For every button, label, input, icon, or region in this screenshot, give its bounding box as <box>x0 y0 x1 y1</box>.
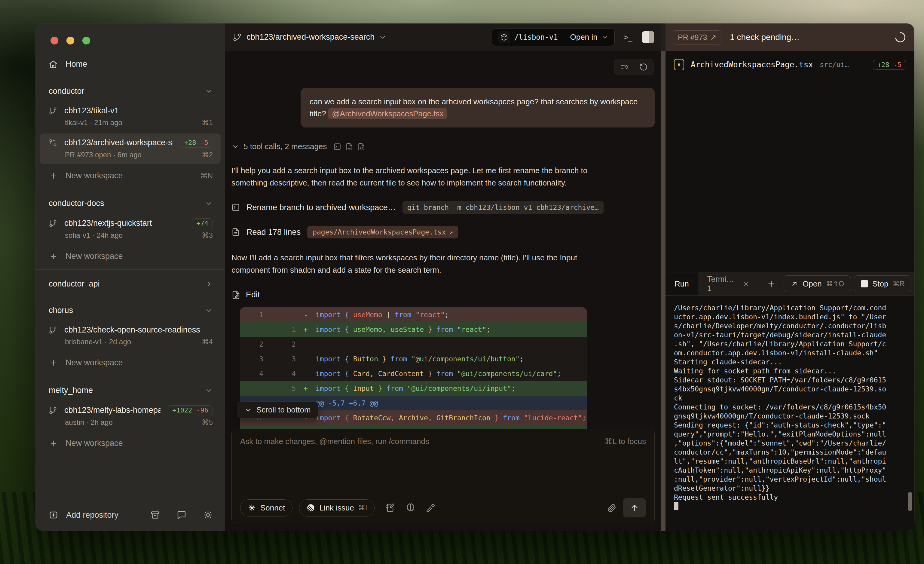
sidebar-section-header-chorus[interactable]: chorus <box>36 302 225 319</box>
workspace-item[interactable]: cbh123/archived-workspace-se…+28-5PR #97… <box>40 134 220 164</box>
meta-text: PR #973 open · 6m ago <box>65 151 142 159</box>
diff-stat-badge: +74 <box>192 218 213 228</box>
chevron-down-icon[interactable] <box>379 33 387 41</box>
edit-tool-header: Edit <box>231 290 655 299</box>
chevron-down-icon[interactable] <box>205 307 213 315</box>
panel-resize-handle[interactable] <box>661 24 666 531</box>
arrow-up-icon <box>630 503 639 512</box>
collapse-all-icon[interactable] <box>614 59 634 75</box>
chevron-down-icon[interactable] <box>205 200 213 207</box>
changed-file-row[interactable]: ArchivedWorkspacesPage.tsx src/ui… +28-5 <box>674 59 906 70</box>
read-file-chip[interactable]: pages/ArchivedWorkspacesPage.tsx↗ <box>307 226 458 238</box>
sidebar-section-conductor_api: conductor_api <box>36 269 225 296</box>
workspace-title: cbh123/archived-workspace-se… <box>64 138 172 147</box>
shortcut-hint: ⌘3 <box>202 231 213 240</box>
send-button[interactable] <box>623 498 646 518</box>
diff-code: import { Button } from "@ui/components/u… <box>316 355 587 363</box>
stop-button[interactable]: Stop ⌘R <box>854 275 911 292</box>
tab-run[interactable]: Run <box>666 272 698 295</box>
close-tab-icon[interactable] <box>742 280 750 287</box>
diff-row-add: 1+import { useMemo, useState } from "rea… <box>240 322 587 337</box>
sidebar-section-conductor: conductorcbh123/tikal-v1tikal-v1 · 21m a… <box>36 76 225 189</box>
model-selector-button[interactable]: Sonnet <box>240 500 292 516</box>
workspace-item[interactable]: cbh123/check-open-source-readinessbrisba… <box>40 321 220 351</box>
notebook-pen-icon[interactable] <box>386 503 395 513</box>
tool-calls-collapse-row[interactable]: 5 tool calls, 2 messages <box>231 142 655 151</box>
new-workspace-button[interactable]: New workspace <box>36 433 225 453</box>
pr-badge[interactable]: PR #973↗ <box>673 30 722 45</box>
toggle-right-panel-icon[interactable] <box>642 31 654 43</box>
brain-icon[interactable] <box>406 503 416 513</box>
meta-text: tikal-v1 · 21m ago <box>65 118 122 127</box>
stat-del: -96 <box>196 406 208 414</box>
sidebar-section-header-conductor_api[interactable]: conductor_api <box>36 275 225 293</box>
tool-call-read-file[interactable]: Read 178 lines pages/ArchivedWorkspacesP… <box>231 226 655 238</box>
feedback-icon[interactable] <box>177 510 186 520</box>
add-repository-label[interactable]: Add repository <box>66 510 118 520</box>
terminal-square-icon <box>231 203 240 212</box>
file-name: ArchivedWorkspacesPage.tsx <box>691 60 813 69</box>
hammer-icon[interactable] <box>426 503 436 513</box>
code-diff-block[interactable]: 1-import { useMemo } from "react";1+impo… <box>240 307 587 440</box>
workspace-item[interactable]: cbh123/melty-labs-homepage+1022-96austin… <box>40 401 220 431</box>
chevron-down-icon <box>231 143 239 151</box>
diff-code: import { useMemo } from "react"; <box>316 311 587 319</box>
pr-status-header: PR #973↗ 1 check pending… <box>666 24 914 51</box>
old-line-number: 1 <box>240 311 263 319</box>
archive-icon[interactable] <box>150 510 160 520</box>
link-issue-button[interactable]: Link issue ⌘I <box>299 500 375 516</box>
chat-input-panel[interactable]: Ask to make changes, @mention files, run… <box>231 429 655 524</box>
new-terminal-tab-button[interactable] <box>759 272 784 295</box>
plus-icon <box>49 172 58 180</box>
workspace-item[interactable]: cbh123/tikal-v1tikal-v1 · 21m ago⌘1 <box>40 102 220 132</box>
chat-input-placeholder[interactable]: Ask to make changes, @mention files, run… <box>240 437 429 446</box>
new-workspace-button[interactable]: New workspace <box>36 352 225 373</box>
workspace-title[interactable]: cbh123/archived-workspace-search <box>246 33 375 42</box>
git-branch-icon <box>232 33 242 42</box>
zoom-window-button[interactable] <box>82 37 90 45</box>
old-line-number: 3 <box>240 355 263 363</box>
sidebar-item-home[interactable]: Home <box>36 57 225 76</box>
paperclip-icon[interactable] <box>607 503 616 513</box>
git-pull-request-icon <box>49 139 57 147</box>
external-link-arrow: ↗ <box>449 228 453 236</box>
new-workspace-label: New workspace <box>66 171 123 180</box>
file-text-icon <box>345 143 353 151</box>
tab-terminal-1[interactable]: Termi… 1 <box>698 272 759 295</box>
diff-sign: + <box>296 384 316 392</box>
file-mention-chip[interactable]: @ArchivedWorkspacesPage.tsx <box>328 108 447 119</box>
chevron-down-icon <box>244 406 252 414</box>
diff-row-add: 5+import { Input } from "@ui/components/… <box>240 381 587 396</box>
restart-icon[interactable] <box>634 59 653 75</box>
terminal-output[interactable]: /Users/charlie/Library/Application Suppo… <box>666 296 914 531</box>
open-in-button[interactable]: Open in <box>564 29 614 46</box>
open-terminal-button[interactable]: Open ⌘⇧O <box>784 275 851 292</box>
add-repository-icon <box>49 510 58 520</box>
branch-chip[interactable]: /lisbon-v1 <box>492 29 564 46</box>
close-window-button[interactable] <box>51 37 58 45</box>
terminal-scrollbar-thumb[interactable] <box>908 492 912 511</box>
assistant-paragraph: Now I'll add a search input box that fil… <box>231 252 588 276</box>
scroll-to-bottom-button[interactable]: Scroll to bottom <box>237 401 318 418</box>
chat-scroll-area[interactable]: can we add a search input box on the arh… <box>225 51 661 531</box>
minimize-window-button[interactable] <box>66 37 74 45</box>
terminal-icon[interactable]: >_ <box>624 33 632 42</box>
chevron-down-icon[interactable] <box>205 87 213 95</box>
sidebar-section-header-conductor[interactable]: conductor <box>36 82 225 100</box>
message-toolbar <box>614 59 654 75</box>
new-workspace-button[interactable]: New workspace <box>36 246 225 266</box>
new-workspace-button[interactable]: New workspace⌘N <box>36 166 225 186</box>
chevron-right-icon[interactable] <box>205 280 213 288</box>
assistant-paragraph: I'll help you add a search input box to … <box>231 165 588 189</box>
settings-gear-icon[interactable] <box>203 510 213 520</box>
file-path: src/ui… <box>820 61 866 69</box>
workspace-title: cbh123/check-open-source-readiness <box>64 325 213 334</box>
workspace-title: cbh123/melty-labs-homepage <box>64 406 160 415</box>
external-link-arrow: ↗ <box>710 33 716 42</box>
tool-call-rename-branch[interactable]: Rename branch to archived-workspace… git… <box>231 201 655 214</box>
chevron-down-icon[interactable] <box>205 387 213 394</box>
sidebar-section-header-conductor-docs[interactable]: conductor-docs <box>36 195 225 212</box>
sidebar-section-header-melty_home[interactable]: melty_home <box>36 381 225 399</box>
sidebar-sections: conductorcbh123/tikal-v1tikal-v1 · 21m a… <box>36 76 225 456</box>
workspace-item[interactable]: cbh123/nextjs-quickstart+74sofia-v1 · 24… <box>40 214 220 244</box>
